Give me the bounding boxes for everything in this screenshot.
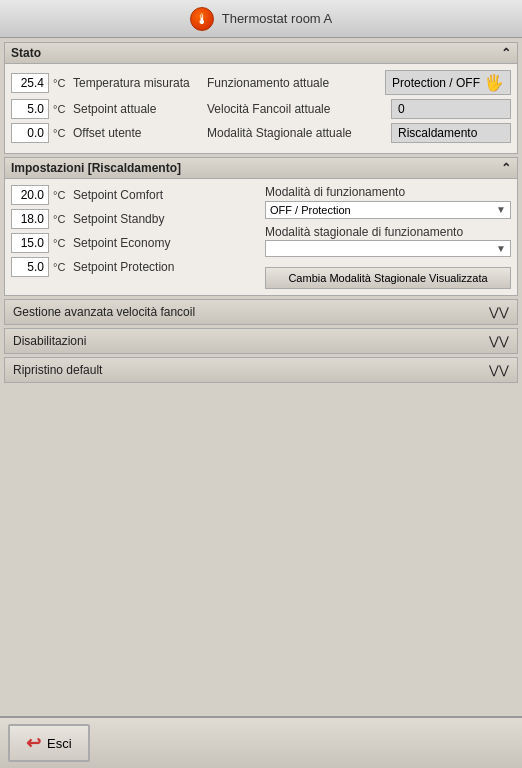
hand-icon: 🖐 [484,73,504,92]
ripristino-section: Ripristino default ⋁⋁ [4,357,518,383]
protection-value: 5.0 [11,257,49,277]
esci-button[interactable]: ↩ Esci [8,724,90,762]
modalita-stag-label: Modalità stagionale di funzionamento [265,225,511,241]
modalita-funz-label: Modalità di funzionamento [265,185,511,201]
chevron-down-icon: ▼ [496,204,506,215]
disabilitazioni-header[interactable]: Disabilitazioni ⋁⋁ [5,329,517,353]
temp-unit: °C [53,77,69,89]
imp-row-1: 18.0 °C Setpoint Standby [11,209,257,229]
protection-unit: °C [53,261,69,273]
impostazioni-section: Impostazioni [Riscaldamento] ⌃ 20.0 °C S… [4,157,518,296]
ripristino-chevron-icon: ⋁⋁ [489,363,509,377]
imp-grid: 20.0 °C Setpoint Comfort 18.0 °C Setpoin… [11,185,511,289]
stato-collapse-icon: ⌃ [501,46,511,60]
stato-row-2: 0.0 °C Offset utente Modalità Stagionale… [11,123,511,143]
ripristino-header[interactable]: Ripristino default ⋁⋁ [5,358,517,382]
funz-value: Protection / OFF 🖐 [385,70,511,95]
modalita-stag-select[interactable]: ▼ [265,240,511,257]
gestione-chevron-icon: ⋁⋁ [489,305,509,319]
imp-right: Modalità di funzionamento OFF / Protecti… [265,185,511,289]
stato-section: Stato ⌃ 25.4 °C Temperatura misurata Fun… [4,42,518,154]
comfort-label: Setpoint Comfort [73,188,163,202]
setpoint-unit: °C [53,103,69,115]
standby-unit: °C [53,213,69,225]
modalita-funz-container: Modalità di funzionamento OFF / Protecti… [265,185,511,219]
temp-label: Temperatura misurata [73,76,203,90]
economy-label: Setpoint Economy [73,236,170,250]
comfort-value: 20.0 [11,185,49,205]
temp-value: 25.4 [11,73,49,93]
fancoil-value: 0 [391,99,511,119]
main-content: Stato ⌃ 25.4 °C Temperatura misurata Fun… [0,38,522,716]
economy-unit: °C [53,237,69,249]
offset-value: 0.0 [11,123,49,143]
title-bar: 🌡 Thermostat room A [0,0,522,38]
offset-label: Offset utente [73,126,203,140]
standby-label: Setpoint Standby [73,212,164,226]
stato-row-0: 25.4 °C Temperatura misurata Funzionamen… [11,70,511,95]
esci-label: Esci [47,736,72,751]
impostazioni-body: 20.0 °C Setpoint Comfort 18.0 °C Setpoin… [5,179,517,295]
stato-body: 25.4 °C Temperatura misurata Funzionamen… [5,64,517,153]
bottom-bar: ↩ Esci [0,716,522,768]
imp-row-3: 5.0 °C Setpoint Protection [11,257,257,277]
economy-value: 15.0 [11,233,49,253]
comfort-unit: °C [53,189,69,201]
imp-left: 20.0 °C Setpoint Comfort 18.0 °C Setpoin… [11,185,257,289]
chevron-down-icon-2: ▼ [496,243,506,254]
setpoint-label: Setpoint attuale [73,102,203,116]
gestione-header[interactable]: Gestione avanzata velocità fancoil ⋁⋁ [5,300,517,324]
setpoint-value: 5.0 [11,99,49,119]
back-icon: ↩ [26,732,41,754]
stato-title: Stato [11,46,41,60]
impostazioni-collapse-icon: ⌃ [501,161,511,175]
modalita-funz-select[interactable]: OFF / Protection ▼ [265,201,511,219]
fancoil-label: Velocità Fancoil attuale [207,102,387,116]
imp-row-2: 15.0 °C Setpoint Economy [11,233,257,253]
impostazioni-header[interactable]: Impostazioni [Riscaldamento] ⌃ [5,158,517,179]
standby-value: 18.0 [11,209,49,229]
modalita-funz-value: OFF / Protection [270,204,351,216]
imp-row-0: 20.0 °C Setpoint Comfort [11,185,257,205]
impostazioni-title: Impostazioni [Riscaldamento] [11,161,181,175]
ripristino-label: Ripristino default [13,363,102,377]
offset-unit: °C [53,127,69,139]
stagionale-label: Modalità Stagionale attuale [207,126,387,140]
disabilitazioni-section: Disabilitazioni ⋁⋁ [4,328,518,354]
stato-header[interactable]: Stato ⌃ [5,43,517,64]
funz-label: Funzionamento attuale [207,76,381,90]
cambia-button[interactable]: Cambia Modalità Stagionale Visualizzata [265,267,511,289]
window-title: Thermostat room A [222,11,333,26]
stato-row-1: 5.0 °C Setpoint attuale Velocità Fancoil… [11,99,511,119]
stagionale-value: Riscaldamento [391,123,511,143]
protection-label: Setpoint Protection [73,260,174,274]
gestione-section: Gestione avanzata velocità fancoil ⋁⋁ [4,299,518,325]
thermostat-icon: 🌡 [190,7,214,31]
disabilitazioni-chevron-icon: ⋁⋁ [489,334,509,348]
disabilitazioni-label: Disabilitazioni [13,334,86,348]
modalita-stag-container: Modalità stagionale di funzionamento ▼ [265,225,511,258]
gestione-label: Gestione avanzata velocità fancoil [13,305,195,319]
